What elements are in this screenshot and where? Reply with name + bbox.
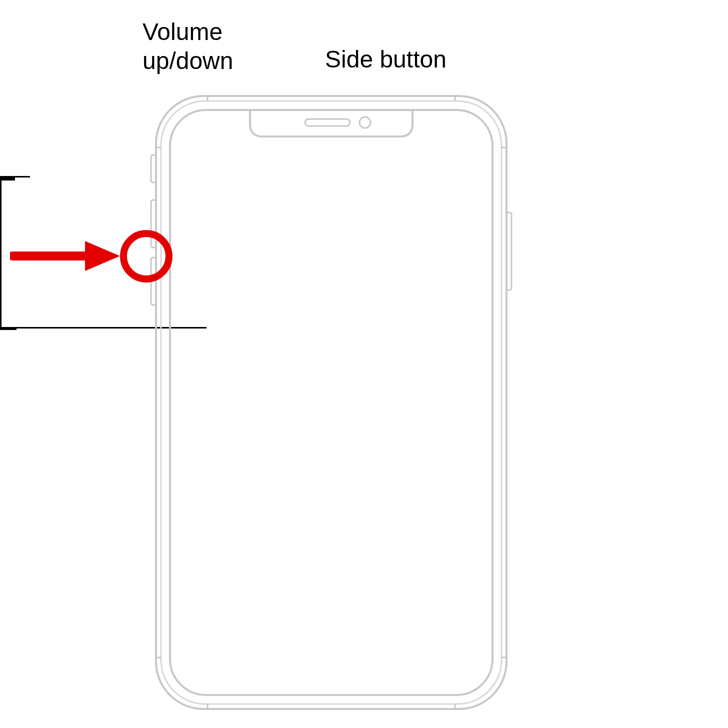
svg-rect-3 [305,119,350,126]
svg-rect-5 [151,155,156,182]
phone-diagram [150,90,512,715]
svg-rect-2 [170,110,492,695]
svg-rect-1 [161,101,502,704]
highlight-circle [120,230,172,282]
volume-label: Volumeup/down [142,18,233,75]
side-bracket-bottom [0,328,16,330]
svg-point-4 [360,117,370,128]
svg-rect-8 [506,212,512,290]
volume-bracket-bottom [0,179,15,180]
side-button-label: Side button [325,45,446,74]
arrow-icon [10,236,125,276]
volume-bracket-line [0,0,0,176]
svg-rect-0 [156,96,506,709]
side-bracket-line [0,180,2,327]
